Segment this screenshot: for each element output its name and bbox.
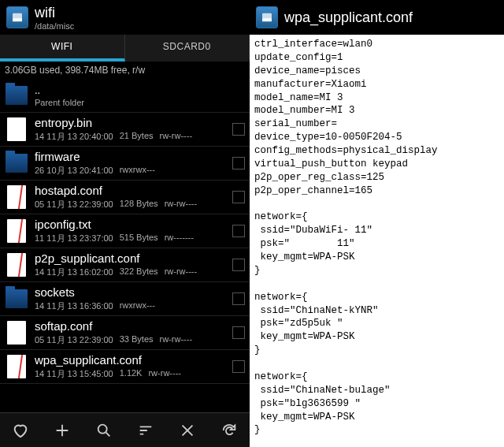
file-row[interactable]: firmware26 10月 13 20:41:00rwxrwx--- <box>0 147 250 181</box>
file-meta: 11 11月 13 23:37:00515 Bytesrw------- <box>35 233 226 244</box>
document-icon <box>5 320 28 345</box>
file-meta: 05 11月 13 22:39:00128 Bytesrw-rw---- <box>35 199 226 210</box>
file-row[interactable]: entropy.bin14 11月 13 20:40:0021 Bytesrw-… <box>0 113 250 147</box>
select-checkbox[interactable] <box>232 360 245 373</box>
file-row[interactable]: sockets14 11月 13 16:36:00rwxrwx--- <box>0 282 250 316</box>
file-name: entropy.bin <box>35 116 226 129</box>
folder-icon <box>5 286 28 311</box>
file-row[interactable]: p2p_supplicant.conf14 11月 13 16:02:00322… <box>0 248 250 282</box>
bottom-toolbar <box>0 412 250 447</box>
svg-point-2 <box>98 424 107 433</box>
file-meta: 26 10月 13 20:41:00rwxrwx--- <box>35 165 226 177</box>
folder-icon <box>5 83 28 108</box>
add-button[interactable] <box>46 415 78 446</box>
parent-label: Parent folder <box>35 98 84 107</box>
file-name: firmware <box>35 150 226 163</box>
document-icon <box>5 184 28 210</box>
select-checkbox[interactable] <box>232 157 245 169</box>
document-icon <box>5 117 28 142</box>
favorite-button[interactable] <box>5 415 36 446</box>
folder-title: wifi <box>35 5 74 21</box>
file-meta: 14 11月 13 20:40:0021 Bytesrw-rw---- <box>35 131 226 143</box>
file-row[interactable]: hostapd.conf05 11月 13 22:39:00128 Bytesr… <box>0 181 250 214</box>
search-button[interactable] <box>88 415 120 446</box>
file-list[interactable]: .. Parent folder entropy.bin14 11月 13 20… <box>0 79 250 384</box>
file-explorer-pane: wifi /data/misc WIFISDCARD0 3.06GB used,… <box>0 0 250 447</box>
file-name: ipconfig.txt <box>35 218 226 231</box>
document-icon <box>5 218 28 244</box>
tab-sdcard0[interactable]: SDCARD0 <box>125 35 250 61</box>
select-checkbox[interactable] <box>232 123 245 136</box>
select-checkbox[interactable] <box>232 259 245 271</box>
file-meta: 14 11月 13 16:36:00rwxrwx--- <box>35 300 226 312</box>
file-name: p2p_supplicant.conf <box>35 251 226 265</box>
svg-rect-1 <box>13 18 22 21</box>
storage-status: 3.06GB used, 398.74MB free, r/w <box>0 61 250 79</box>
file-meta: 14 11月 13 16:02:00322 Bytesrw-rw---- <box>35 266 226 278</box>
folder-path: /data/misc <box>35 21 74 31</box>
folder-icon <box>5 151 28 176</box>
file-name: hostapd.conf <box>35 184 226 197</box>
right-titlebar: wpa_supplicant.conf <box>250 0 504 35</box>
parent-dots: .. <box>35 84 245 96</box>
app-icon[interactable] <box>6 6 28 28</box>
select-checkbox[interactable] <box>232 326 245 339</box>
select-checkbox[interactable] <box>232 292 245 305</box>
file-content[interactable]: ctrl_interface=wlan0 update_config=1 dev… <box>250 35 504 447</box>
file-name: softap.conf <box>35 319 226 333</box>
file-row[interactable]: wpa_supplicant.conf14 11月 13 15:45:001.1… <box>0 350 250 384</box>
document-icon <box>5 354 28 379</box>
left-titlebar: wifi /data/misc <box>0 0 250 35</box>
svg-rect-4 <box>262 18 272 21</box>
file-name: wpa_supplicant.conf <box>35 353 226 367</box>
tab-bar: WIFISDCARD0 <box>0 35 250 61</box>
text-viewer-pane: wpa_supplicant.conf ctrl_interface=wlan0… <box>250 0 504 447</box>
sort-button[interactable] <box>130 415 161 446</box>
refresh-button[interactable] <box>213 415 245 446</box>
document-icon <box>5 252 28 278</box>
file-name: sockets <box>35 285 226 299</box>
file-meta: 05 11月 13 22:39:0033 Bytesrw-rw---- <box>35 334 226 346</box>
file-row[interactable]: ipconfig.txt11 11月 13 23:37:00515 Bytesr… <box>0 214 250 248</box>
file-meta: 14 11月 13 15:45:001.12Krw-rw---- <box>35 368 226 380</box>
tab-wifi[interactable]: WIFI <box>0 35 125 61</box>
close-button[interactable] <box>172 415 203 446</box>
file-row[interactable]: softap.conf05 11月 13 22:39:0033 Bytesrw-… <box>0 316 250 350</box>
select-checkbox[interactable] <box>232 225 245 237</box>
select-checkbox[interactable] <box>232 191 245 203</box>
file-title: wpa_supplicant.conf <box>284 9 413 26</box>
parent-folder-row[interactable]: .. Parent folder <box>0 79 250 113</box>
app-icon[interactable] <box>256 6 278 28</box>
